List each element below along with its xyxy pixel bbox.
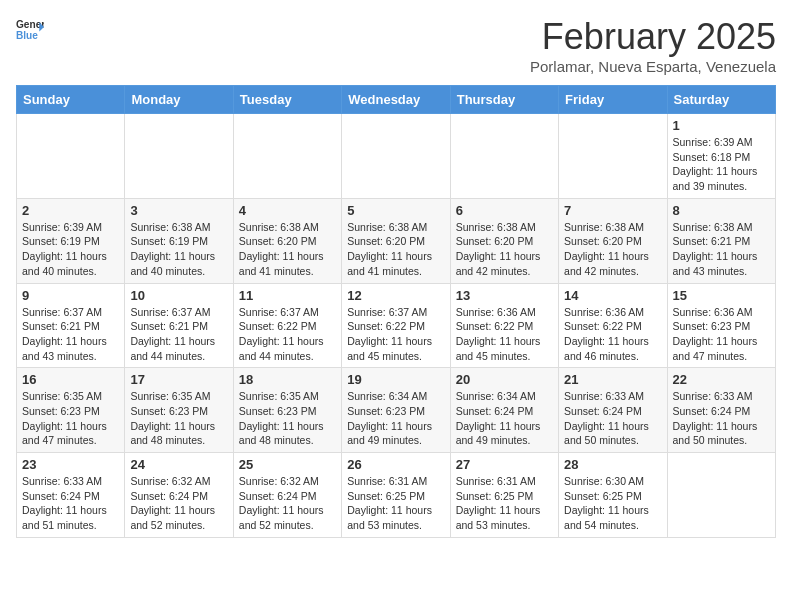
calendar-cell bbox=[667, 453, 775, 538]
logo: General Blue bbox=[16, 16, 44, 44]
day-number: 14 bbox=[564, 288, 661, 303]
svg-text:Blue: Blue bbox=[16, 30, 38, 41]
day-info: Sunrise: 6:39 AM Sunset: 6:19 PM Dayligh… bbox=[22, 220, 119, 279]
day-number: 18 bbox=[239, 372, 336, 387]
calendar-cell: 14Sunrise: 6:36 AM Sunset: 6:22 PM Dayli… bbox=[559, 283, 667, 368]
calendar-cell: 3Sunrise: 6:38 AM Sunset: 6:19 PM Daylig… bbox=[125, 198, 233, 283]
day-number: 20 bbox=[456, 372, 553, 387]
day-info: Sunrise: 6:31 AM Sunset: 6:25 PM Dayligh… bbox=[456, 474, 553, 533]
day-info: Sunrise: 6:38 AM Sunset: 6:21 PM Dayligh… bbox=[673, 220, 770, 279]
calendar-cell: 1Sunrise: 6:39 AM Sunset: 6:18 PM Daylig… bbox=[667, 114, 775, 199]
weekday-header-monday: Monday bbox=[125, 86, 233, 114]
weekday-header-wednesday: Wednesday bbox=[342, 86, 450, 114]
day-number: 11 bbox=[239, 288, 336, 303]
day-info: Sunrise: 6:38 AM Sunset: 6:20 PM Dayligh… bbox=[239, 220, 336, 279]
calendar-cell: 12Sunrise: 6:37 AM Sunset: 6:22 PM Dayli… bbox=[342, 283, 450, 368]
day-info: Sunrise: 6:35 AM Sunset: 6:23 PM Dayligh… bbox=[239, 389, 336, 448]
day-info: Sunrise: 6:33 AM Sunset: 6:24 PM Dayligh… bbox=[564, 389, 661, 448]
calendar-cell bbox=[125, 114, 233, 199]
calendar-week-1: 1Sunrise: 6:39 AM Sunset: 6:18 PM Daylig… bbox=[17, 114, 776, 199]
calendar-week-5: 23Sunrise: 6:33 AM Sunset: 6:24 PM Dayli… bbox=[17, 453, 776, 538]
day-info: Sunrise: 6:30 AM Sunset: 6:25 PM Dayligh… bbox=[564, 474, 661, 533]
calendar-title: February 2025 bbox=[530, 16, 776, 58]
calendar-cell: 24Sunrise: 6:32 AM Sunset: 6:24 PM Dayli… bbox=[125, 453, 233, 538]
day-number: 25 bbox=[239, 457, 336, 472]
calendar-cell: 28Sunrise: 6:30 AM Sunset: 6:25 PM Dayli… bbox=[559, 453, 667, 538]
calendar-cell bbox=[233, 114, 341, 199]
calendar-cell: 8Sunrise: 6:38 AM Sunset: 6:21 PM Daylig… bbox=[667, 198, 775, 283]
title-block: February 2025 Porlamar, Nueva Esparta, V… bbox=[530, 16, 776, 75]
day-number: 24 bbox=[130, 457, 227, 472]
calendar-cell bbox=[17, 114, 125, 199]
day-info: Sunrise: 6:33 AM Sunset: 6:24 PM Dayligh… bbox=[673, 389, 770, 448]
day-number: 9 bbox=[22, 288, 119, 303]
day-number: 2 bbox=[22, 203, 119, 218]
day-number: 15 bbox=[673, 288, 770, 303]
calendar-cell: 11Sunrise: 6:37 AM Sunset: 6:22 PM Dayli… bbox=[233, 283, 341, 368]
day-number: 28 bbox=[564, 457, 661, 472]
day-info: Sunrise: 6:34 AM Sunset: 6:24 PM Dayligh… bbox=[456, 389, 553, 448]
calendar-cell: 27Sunrise: 6:31 AM Sunset: 6:25 PM Dayli… bbox=[450, 453, 558, 538]
day-number: 12 bbox=[347, 288, 444, 303]
calendar-cell: 23Sunrise: 6:33 AM Sunset: 6:24 PM Dayli… bbox=[17, 453, 125, 538]
day-info: Sunrise: 6:35 AM Sunset: 6:23 PM Dayligh… bbox=[22, 389, 119, 448]
calendar-location: Porlamar, Nueva Esparta, Venezuela bbox=[530, 58, 776, 75]
day-info: Sunrise: 6:32 AM Sunset: 6:24 PM Dayligh… bbox=[130, 474, 227, 533]
day-number: 8 bbox=[673, 203, 770, 218]
calendar-cell bbox=[342, 114, 450, 199]
calendar-cell: 4Sunrise: 6:38 AM Sunset: 6:20 PM Daylig… bbox=[233, 198, 341, 283]
day-number: 13 bbox=[456, 288, 553, 303]
day-info: Sunrise: 6:36 AM Sunset: 6:22 PM Dayligh… bbox=[564, 305, 661, 364]
calendar-cell: 13Sunrise: 6:36 AM Sunset: 6:22 PM Dayli… bbox=[450, 283, 558, 368]
calendar-cell: 10Sunrise: 6:37 AM Sunset: 6:21 PM Dayli… bbox=[125, 283, 233, 368]
calendar-cell: 22Sunrise: 6:33 AM Sunset: 6:24 PM Dayli… bbox=[667, 368, 775, 453]
calendar-cell: 26Sunrise: 6:31 AM Sunset: 6:25 PM Dayli… bbox=[342, 453, 450, 538]
day-info: Sunrise: 6:37 AM Sunset: 6:21 PM Dayligh… bbox=[22, 305, 119, 364]
day-number: 22 bbox=[673, 372, 770, 387]
calendar-cell: 9Sunrise: 6:37 AM Sunset: 6:21 PM Daylig… bbox=[17, 283, 125, 368]
weekday-header-row: SundayMondayTuesdayWednesdayThursdayFrid… bbox=[17, 86, 776, 114]
day-info: Sunrise: 6:33 AM Sunset: 6:24 PM Dayligh… bbox=[22, 474, 119, 533]
day-info: Sunrise: 6:36 AM Sunset: 6:22 PM Dayligh… bbox=[456, 305, 553, 364]
calendar-cell: 15Sunrise: 6:36 AM Sunset: 6:23 PM Dayli… bbox=[667, 283, 775, 368]
weekday-header-saturday: Saturday bbox=[667, 86, 775, 114]
day-info: Sunrise: 6:37 AM Sunset: 6:22 PM Dayligh… bbox=[239, 305, 336, 364]
weekday-header-sunday: Sunday bbox=[17, 86, 125, 114]
day-number: 7 bbox=[564, 203, 661, 218]
day-info: Sunrise: 6:38 AM Sunset: 6:19 PM Dayligh… bbox=[130, 220, 227, 279]
weekday-header-friday: Friday bbox=[559, 86, 667, 114]
day-info: Sunrise: 6:36 AM Sunset: 6:23 PM Dayligh… bbox=[673, 305, 770, 364]
calendar-cell: 25Sunrise: 6:32 AM Sunset: 6:24 PM Dayli… bbox=[233, 453, 341, 538]
day-number: 3 bbox=[130, 203, 227, 218]
calendar-cell: 16Sunrise: 6:35 AM Sunset: 6:23 PM Dayli… bbox=[17, 368, 125, 453]
calendar-table: SundayMondayTuesdayWednesdayThursdayFrid… bbox=[16, 85, 776, 538]
day-info: Sunrise: 6:37 AM Sunset: 6:21 PM Dayligh… bbox=[130, 305, 227, 364]
calendar-cell bbox=[450, 114, 558, 199]
calendar-week-2: 2Sunrise: 6:39 AM Sunset: 6:19 PM Daylig… bbox=[17, 198, 776, 283]
day-info: Sunrise: 6:37 AM Sunset: 6:22 PM Dayligh… bbox=[347, 305, 444, 364]
calendar-week-3: 9Sunrise: 6:37 AM Sunset: 6:21 PM Daylig… bbox=[17, 283, 776, 368]
calendar-cell bbox=[559, 114, 667, 199]
calendar-cell: 2Sunrise: 6:39 AM Sunset: 6:19 PM Daylig… bbox=[17, 198, 125, 283]
day-number: 23 bbox=[22, 457, 119, 472]
day-number: 10 bbox=[130, 288, 227, 303]
day-info: Sunrise: 6:38 AM Sunset: 6:20 PM Dayligh… bbox=[456, 220, 553, 279]
weekday-header-tuesday: Tuesday bbox=[233, 86, 341, 114]
day-info: Sunrise: 6:34 AM Sunset: 6:23 PM Dayligh… bbox=[347, 389, 444, 448]
day-number: 19 bbox=[347, 372, 444, 387]
day-number: 17 bbox=[130, 372, 227, 387]
day-number: 21 bbox=[564, 372, 661, 387]
generalblue-logo-icon: General Blue bbox=[16, 16, 44, 44]
day-number: 6 bbox=[456, 203, 553, 218]
day-number: 4 bbox=[239, 203, 336, 218]
calendar-cell: 7Sunrise: 6:38 AM Sunset: 6:20 PM Daylig… bbox=[559, 198, 667, 283]
day-number: 27 bbox=[456, 457, 553, 472]
calendar-week-4: 16Sunrise: 6:35 AM Sunset: 6:23 PM Dayli… bbox=[17, 368, 776, 453]
page-header: General Blue February 2025 Porlamar, Nue… bbox=[16, 16, 776, 75]
calendar-cell: 19Sunrise: 6:34 AM Sunset: 6:23 PM Dayli… bbox=[342, 368, 450, 453]
day-number: 1 bbox=[673, 118, 770, 133]
day-number: 5 bbox=[347, 203, 444, 218]
day-info: Sunrise: 6:31 AM Sunset: 6:25 PM Dayligh… bbox=[347, 474, 444, 533]
day-info: Sunrise: 6:39 AM Sunset: 6:18 PM Dayligh… bbox=[673, 135, 770, 194]
weekday-header-thursday: Thursday bbox=[450, 86, 558, 114]
